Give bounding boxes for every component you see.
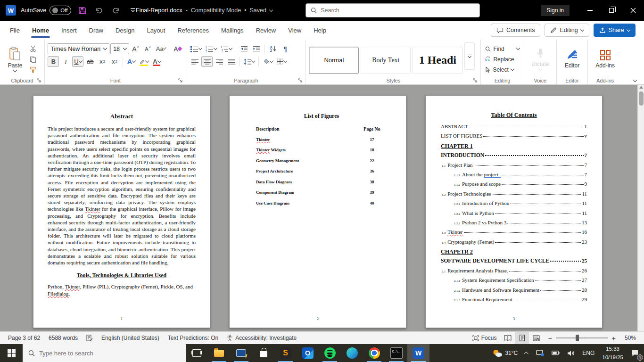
tab-file[interactable]: File xyxy=(4,21,26,40)
tab-review[interactable]: Review xyxy=(250,21,282,40)
proofing-status[interactable] xyxy=(82,332,97,344)
volume-button[interactable] xyxy=(564,344,578,362)
toc-entry[interactable]: 1.2 Project Technologies 11 xyxy=(441,191,587,200)
text-predictions-indicator[interactable]: Text Predictions: On xyxy=(164,332,223,344)
toc-entry[interactable]: LIST OF FIGURES v xyxy=(441,133,587,142)
remote-desktop-button[interactable] xyxy=(230,344,252,362)
zoom-slider[interactable] xyxy=(556,337,608,338)
battery-status-button[interactable] xyxy=(548,344,563,362)
undo-button[interactable] xyxy=(93,4,105,16)
task-view-button[interactable] xyxy=(186,344,208,362)
saved-status[interactable]: Saved xyxy=(250,7,266,14)
toc-entry[interactable]: 2.1.3 Functional Requirement 29 xyxy=(441,296,587,306)
keyboard-language-button[interactable]: ENG xyxy=(579,344,598,362)
align-left-button[interactable] xyxy=(189,56,200,67)
search-input[interactable] xyxy=(321,7,475,14)
print-layout-button[interactable] xyxy=(515,332,529,344)
figure-row[interactable]: Data Flow Diagram 38 xyxy=(256,180,387,184)
numbered-list-button[interactable]: 123 xyxy=(204,43,218,54)
font-color-button[interactable]: A xyxy=(151,56,162,67)
multilevel-list-button[interactable]: 1ai xyxy=(219,43,233,54)
cast-status-button[interactable] xyxy=(533,344,547,362)
font-size-select[interactable]: 18 xyxy=(110,43,129,54)
spotify-button[interactable] xyxy=(319,344,341,362)
tab-layout[interactable]: Layout xyxy=(140,21,171,40)
styles-gallery-more-button[interactable] xyxy=(464,42,475,70)
accessibility-status[interactable]: Accessibility: Investigate xyxy=(223,332,301,344)
paste-button[interactable]: Paste xyxy=(3,42,27,76)
chrome-button[interactable] xyxy=(363,344,385,362)
edge-button[interactable] xyxy=(341,344,363,362)
figure-row[interactable]: Project Architecture 36 xyxy=(256,169,387,173)
font-dialog-launcher[interactable] xyxy=(178,77,184,83)
toc-entry[interactable]: 1.2.1 Introduction of Python 11 xyxy=(441,200,587,210)
tools-body[interactable]: Python, Tkinter, Pillow (PIL), Cryptogra… xyxy=(48,283,196,297)
italic-button[interactable]: I xyxy=(60,56,71,67)
autosave-switch[interactable]: Off xyxy=(50,6,71,15)
web-layout-button[interactable] xyxy=(529,332,543,344)
toc-entry[interactable]: 1.2.3 Python 2 vs Python 3 13 xyxy=(441,220,587,229)
document-page-2[interactable]: List of Figures Description Page No Tkin… xyxy=(229,95,406,328)
saved-status-chevron-icon[interactable] xyxy=(269,8,273,11)
comments-button[interactable]: Comments xyxy=(491,24,540,37)
subscript-button[interactable]: x2 xyxy=(97,56,108,67)
document-page-1[interactable]: Abstract This project introduces a secur… xyxy=(33,95,210,328)
font-family-select[interactable]: Times New Roman xyxy=(48,43,109,54)
shading-button[interactable] xyxy=(261,56,274,67)
figure-row[interactable]: Use Case Diagram 40 xyxy=(256,201,387,206)
toc-entry[interactable]: 2.1.1 System Requirement Specification 2… xyxy=(441,277,587,287)
word-button[interactable] xyxy=(407,344,429,362)
addins-button[interactable]: Add-ins xyxy=(591,42,620,76)
share-button[interactable]: Share xyxy=(594,24,636,37)
find-button[interactable]: Find xyxy=(484,44,520,54)
language-indicator[interactable]: English (United States) xyxy=(97,332,164,344)
select-button[interactable]: Select xyxy=(484,65,520,74)
focus-mode-button[interactable]: Focus xyxy=(468,332,501,344)
zoom-in-button[interactable]: + xyxy=(611,335,616,342)
shrink-font-button[interactable]: A˅ xyxy=(142,43,154,54)
start-button[interactable] xyxy=(0,344,23,362)
toc-entry[interactable]: INTRODUCTION 7 xyxy=(441,152,587,162)
title-search-box[interactable] xyxy=(305,3,480,17)
page-indicator[interactable]: Page 3 of 62 xyxy=(4,332,44,344)
clipboard-dialog-launcher[interactable] xyxy=(37,77,42,83)
toc-entry[interactable]: 1.4 Cryptography (Fernet) 23 xyxy=(441,239,587,248)
dictate-button[interactable]: Dictate xyxy=(527,42,554,76)
toc-entry[interactable]: 1.3 Tkinter 16 xyxy=(441,229,587,239)
figure-row[interactable]: Geometry Management 22 xyxy=(256,158,387,163)
tab-insert[interactable]: Insert xyxy=(55,21,83,40)
decrease-indent-button[interactable] xyxy=(239,43,250,54)
weather-widget[interactable]: 31°C xyxy=(489,344,521,362)
collapse-ribbon-button[interactable] xyxy=(633,78,637,82)
tab-references[interactable]: References xyxy=(171,21,215,40)
align-right-button[interactable] xyxy=(214,56,225,67)
justify-button[interactable] xyxy=(226,56,237,67)
paragraph-dialog-launcher[interactable] xyxy=(298,77,304,83)
style-normal[interactable]: Normal xyxy=(309,47,359,74)
toc-entry[interactable]: ABSTRACT 1 xyxy=(441,123,587,133)
strikethrough-button[interactable]: ab xyxy=(84,56,96,67)
tab-design[interactable]: Design xyxy=(109,21,140,40)
abstract-heading[interactable]: Abstract xyxy=(48,113,196,120)
toc-entry[interactable]: CHAPETR 2 xyxy=(441,248,587,258)
minimize-button[interactable] xyxy=(579,0,601,21)
change-case-button[interactable]: Aa xyxy=(155,43,167,54)
style-body-text[interactable]: Body Text xyxy=(361,47,411,74)
figure-row[interactable]: Tkinter 17 xyxy=(256,137,387,142)
cut-button[interactable] xyxy=(27,43,39,54)
copy-button[interactable] xyxy=(27,54,39,65)
superscript-button[interactable]: x2 xyxy=(109,56,120,67)
toc-entry[interactable]: 1.1 Project Plan 7 xyxy=(441,162,587,172)
bullet-list-button[interactable] xyxy=(189,43,203,54)
read-mode-button[interactable] xyxy=(501,332,515,344)
tools-heading[interactable]: Tools, Technologies & Libraries Used xyxy=(48,272,196,279)
replace-button[interactable]: bc Replace xyxy=(484,55,520,64)
toc-entry[interactable]: 1.2.2 What is Python 11 xyxy=(441,210,587,220)
restore-button[interactable] xyxy=(601,0,622,21)
tab-draw[interactable]: Draw xyxy=(83,21,109,40)
increase-indent-button[interactable] xyxy=(251,43,262,54)
editor-button[interactable]: Editor xyxy=(560,42,585,76)
scrollbar-thumb[interactable] xyxy=(639,91,644,106)
figure-row[interactable]: Component Diagram 39 xyxy=(256,190,387,195)
sign-in-button[interactable]: Sign in xyxy=(541,5,570,16)
